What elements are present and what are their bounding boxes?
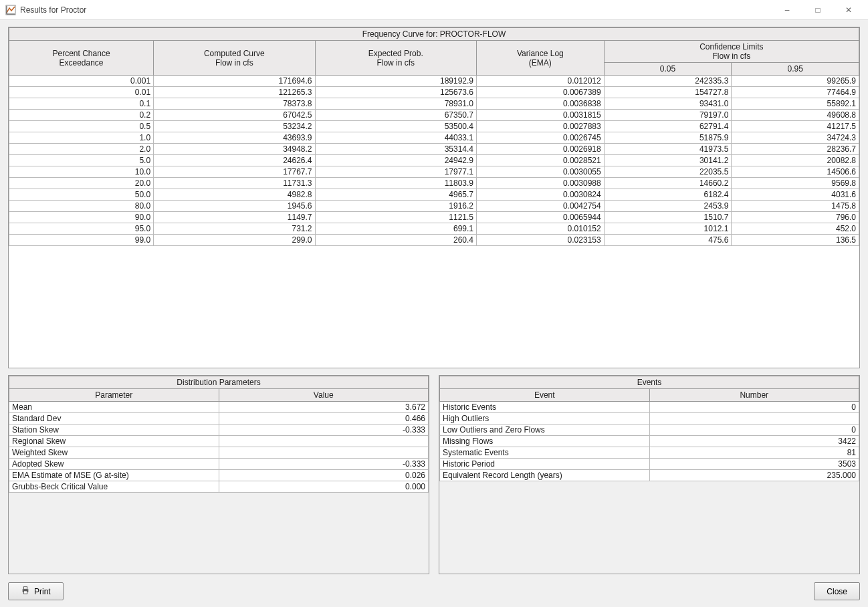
cell-pct: 2.0 <box>9 144 154 155</box>
table-row[interactable]: Missing Flows3422 <box>440 436 859 447</box>
cell-pct: 10.0 <box>9 166 154 178</box>
cell-pct: 5.0 <box>9 155 154 166</box>
titlebar: Results for Proctor – □ ✕ <box>0 0 868 20</box>
table-row[interactable]: Standard Dev0.466 <box>9 413 429 424</box>
cell-var: 0.010152 <box>477 223 605 235</box>
cell-param: Grubbs-Beck Critical Value <box>9 481 219 493</box>
cell-param: Station Skew <box>9 424 219 436</box>
table-row[interactable]: Historic Events0 <box>440 402 859 413</box>
table-row[interactable]: 2.034948.235314.40.002691841973.528236.7 <box>9 144 859 155</box>
table-row[interactable]: 90.01149.71121.50.00659441510.7796.0 <box>9 212 859 223</box>
cell-param: Weighted Skew <box>9 447 219 459</box>
cell-pct: 90.0 <box>9 212 154 223</box>
cell-event: Equivalent Record Length (years) <box>440 470 650 481</box>
table-row[interactable]: EMA Estimate of MSE (G at-site)0.026 <box>9 470 429 481</box>
cell-cl05: 30141.2 <box>604 155 732 166</box>
print-button[interactable]: Print <box>8 582 64 600</box>
cell-number: 0 <box>649 424 859 436</box>
cell-comp: 121265.3 <box>154 87 315 98</box>
cell-exp: 11803.9 <box>315 178 476 189</box>
col-event: Event <box>440 389 650 402</box>
cell-cl95: 14506.6 <box>732 166 859 178</box>
table-row[interactable]: Adopted Skew-0.333 <box>9 459 429 470</box>
table-row[interactable]: 95.0731.2699.10.0101521012.1452.0 <box>9 223 859 235</box>
table-row[interactable]: Historic Period3503 <box>440 459 859 470</box>
table-row[interactable]: 10.017767.717977.10.003005522035.514506.… <box>9 166 859 178</box>
table-row[interactable]: Low Outliers and Zero Flows0 <box>440 424 859 436</box>
cell-var: 0.0036838 <box>477 98 605 110</box>
cell-var: 0.0042754 <box>477 201 605 212</box>
events-panel: Events Event Number Historic Events0High… <box>439 375 860 574</box>
table-row[interactable]: 50.04982.84965.70.00308246182.44031.6 <box>9 189 859 201</box>
window-controls: – □ ✕ <box>772 0 864 20</box>
cell-value <box>219 447 429 459</box>
cell-cl95: 4031.6 <box>732 189 859 201</box>
table-row[interactable]: 99.0299.0260.40.023153475.6136.5 <box>9 235 859 246</box>
cell-exp: 24942.9 <box>315 155 476 166</box>
cell-event: Historic Period <box>440 459 650 470</box>
minimize-button[interactable]: – <box>772 0 802 20</box>
table-row[interactable]: 0.001171694.6189192.90.012012242335.3992… <box>9 76 859 87</box>
col-expected: Expected Prob. Flow in cfs <box>315 41 476 76</box>
table-row[interactable]: 0.178373.878931.00.003683893431.055892.1 <box>9 98 859 110</box>
table-row[interactable]: 0.01121265.3125673.60.0067389154727.8774… <box>9 87 859 98</box>
cell-cl95: 20082.8 <box>732 155 859 166</box>
cell-var: 0.0031815 <box>477 110 605 121</box>
table-row[interactable]: Weighted Skew <box>9 447 429 459</box>
app-icon <box>5 5 16 15</box>
table-row[interactable]: 0.267042.567350.70.003181579197.049608.8 <box>9 110 859 121</box>
close-window-button[interactable]: ✕ <box>833 0 864 20</box>
table-row[interactable]: 1.043693.944033.10.002674551875.934724.3 <box>9 132 859 144</box>
cell-comp: 43693.9 <box>154 132 315 144</box>
table-row[interactable]: 20.011731.311803.90.003098814660.29569.8 <box>9 178 859 189</box>
cell-number: 0 <box>649 402 859 413</box>
frequency-table-wrap[interactable]: Percent Chance Exceedance Computed Curve… <box>9 40 859 368</box>
cell-exp: 4965.7 <box>315 189 476 201</box>
cell-cl05: 6182.4 <box>604 189 732 201</box>
cell-cl05: 1510.7 <box>604 212 732 223</box>
cell-exp: 699.1 <box>315 223 476 235</box>
col-cl05: 0.05 <box>604 63 732 76</box>
maximize-button[interactable]: □ <box>802 0 833 20</box>
distribution-panel: Distribution Parameters Parameter Value … <box>8 375 429 574</box>
cell-cl05: 62791.4 <box>604 121 732 132</box>
close-button[interactable]: Close <box>814 582 860 600</box>
cell-event: High Outliers <box>440 413 650 424</box>
table-row[interactable]: Equivalent Record Length (years)235.000 <box>440 470 859 481</box>
table-row[interactable]: 0.553234.253500.40.002788362791.441217.5 <box>9 121 859 132</box>
distribution-caption: Distribution Parameters <box>9 376 429 388</box>
cell-exp: 78931.0 <box>315 98 476 110</box>
table-row[interactable]: 5.024626.424942.90.002852130141.220082.8 <box>9 155 859 166</box>
printer-icon <box>21 586 30 597</box>
table-row[interactable]: Systematic Events81 <box>440 447 859 459</box>
cell-pct: 80.0 <box>9 201 154 212</box>
cell-cl05: 1012.1 <box>604 223 732 235</box>
table-row[interactable]: Grubbs-Beck Critical Value0.000 <box>9 481 429 493</box>
svg-rect-5 <box>23 591 27 594</box>
cell-cl95: 1475.8 <box>732 201 859 212</box>
footer: Print Close <box>0 578 868 607</box>
cell-value: -0.333 <box>219 459 429 470</box>
col-computed: Computed Curve Flow in cfs <box>154 41 315 76</box>
table-row[interactable]: Regional Skew <box>9 436 429 447</box>
cell-comp: 17767.7 <box>154 166 315 178</box>
cell-param: Standard Dev <box>9 413 219 424</box>
col-parameter: Parameter <box>9 389 219 402</box>
cell-cl95: 49608.8 <box>732 110 859 121</box>
cell-pct: 0.1 <box>9 98 154 110</box>
table-row[interactable]: 80.01945.61916.20.00427542453.91475.8 <box>9 201 859 212</box>
cell-var: 0.023153 <box>477 235 605 246</box>
cell-param: Adopted Skew <box>9 459 219 470</box>
cell-cl95: 41217.5 <box>732 121 859 132</box>
cell-cl95: 452.0 <box>732 223 859 235</box>
cell-exp: 189192.9 <box>315 76 476 87</box>
table-row[interactable]: Mean3.672 <box>9 402 429 413</box>
frequency-caption: Frequency Curve for: PROCTOR-FLOW <box>9 27 859 40</box>
cell-pct: 95.0 <box>9 223 154 235</box>
cell-comp: 78373.8 <box>154 98 315 110</box>
svg-rect-4 <box>23 587 27 590</box>
cell-cl05: 41973.5 <box>604 144 732 155</box>
table-row[interactable]: Station Skew-0.333 <box>9 424 429 436</box>
table-row[interactable]: High Outliers <box>440 413 859 424</box>
cell-cl05: 242335.3 <box>604 76 732 87</box>
